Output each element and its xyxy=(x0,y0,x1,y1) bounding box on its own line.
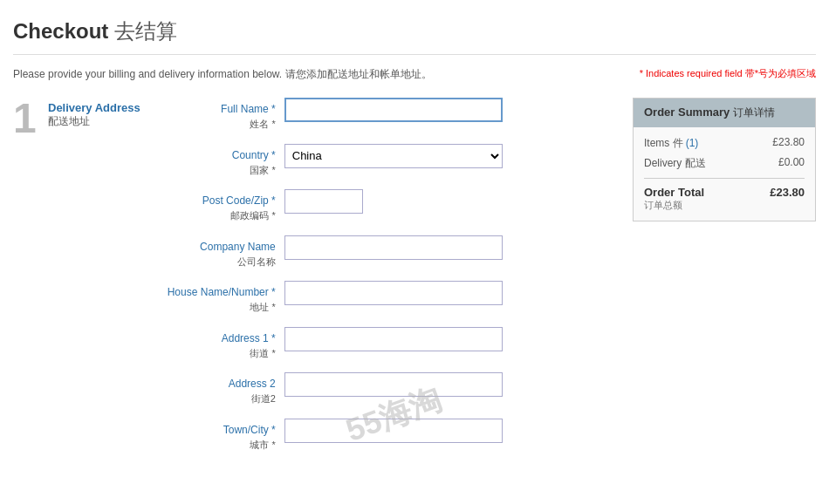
address1-input-wrapper xyxy=(284,327,615,351)
order-summary-header: Order Summary 订单详情 xyxy=(634,99,815,127)
town-city-row: Town/City * 城市 * xyxy=(149,419,615,453)
house-name-label: House Name/Number * 地址 * xyxy=(149,281,276,315)
order-summary-body: Items 件 (1) £23.80 Delivery 配送 £0.00 Ord… xyxy=(634,127,815,221)
post-code-label: Post Code/Zip * 邮政编码 * xyxy=(149,189,276,223)
section-label-zh: 配送地址 xyxy=(48,114,140,129)
address2-input[interactable] xyxy=(284,372,503,397)
town-city-input-wrapper xyxy=(284,419,615,443)
company-name-input-wrapper xyxy=(284,235,615,260)
post-code-row: Post Code/Zip * 邮政编码 * xyxy=(149,189,615,223)
country-select[interactable]: China United Kingdom United States Germa… xyxy=(284,144,503,168)
house-name-row: House Name/Number * 地址 * xyxy=(149,281,615,315)
info-text: Please provide your billing and delivery… xyxy=(13,67,432,82)
house-name-input[interactable] xyxy=(284,281,503,305)
full-name-row: Full Name * 姓名 * xyxy=(149,98,615,132)
town-city-label: Town/City * 城市 * xyxy=(149,419,276,453)
company-name-input[interactable] xyxy=(284,235,503,260)
address1-row: Address 1 * 街道 * xyxy=(149,327,615,361)
delivery-row: Delivery 配送 £0.00 xyxy=(644,156,805,171)
address1-input[interactable] xyxy=(284,327,503,351)
summary-divider xyxy=(644,178,805,179)
items-row: Items 件 (1) £23.80 xyxy=(644,136,805,151)
step-number: 1 xyxy=(13,98,39,464)
order-summary: Order Summary 订单详情 Items 件 (1) £23.80 De… xyxy=(633,98,816,221)
country-label: Country * 国家 * xyxy=(149,144,276,178)
section-label-en: Delivery Address xyxy=(48,101,140,114)
total-price: £23.80 xyxy=(770,186,805,212)
post-code-input[interactable] xyxy=(284,189,363,214)
full-name-input[interactable] xyxy=(284,98,503,122)
address2-row: Address 2 街道2 xyxy=(149,372,615,406)
required-note: * Indicates required field 带*号为必填区域 xyxy=(640,67,816,80)
country-row: Country * 国家 * China United Kingdom Unit… xyxy=(149,144,615,178)
country-input-wrapper: China United Kingdom United States Germa… xyxy=(284,144,615,168)
items-link[interactable]: (1) xyxy=(686,137,699,149)
page-title: Checkout 去结算 xyxy=(13,17,816,55)
info-bar: Please provide your billing and delivery… xyxy=(13,67,816,82)
form-fields: Full Name * 姓名 * Country * 国家 * xyxy=(149,98,615,464)
main-content: 1 Delivery Address 配送地址 Full Name * 姓名 * xyxy=(13,98,816,464)
town-city-input[interactable] xyxy=(284,419,503,443)
items-price: £23.80 xyxy=(772,136,805,151)
address2-label: Address 2 街道2 xyxy=(149,372,276,406)
order-total-row: Order Total 订单总额 £23.80 xyxy=(644,186,805,212)
post-code-input-wrapper xyxy=(284,189,615,214)
delivery-price: £0.00 xyxy=(778,156,805,171)
company-name-row: Company Name 公司名称 xyxy=(149,235,615,269)
full-name-label: Full Name * 姓名 * xyxy=(149,98,276,132)
section-label: Delivery Address 配送地址 xyxy=(48,101,140,464)
address2-input-wrapper xyxy=(284,372,615,397)
address1-label: Address 1 * 街道 * xyxy=(149,327,276,361)
house-name-input-wrapper xyxy=(284,281,615,305)
full-name-input-wrapper xyxy=(284,98,615,122)
company-name-label: Company Name 公司名称 xyxy=(149,235,276,269)
